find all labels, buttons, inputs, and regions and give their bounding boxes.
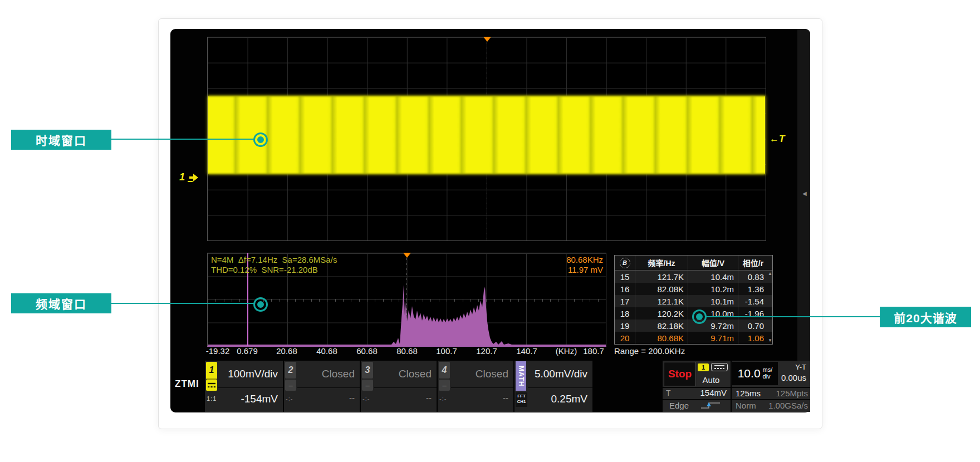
trigger-level: 154mV	[700, 388, 727, 397]
callout-time-dot	[253, 132, 268, 147]
math-tab: MATH	[516, 361, 526, 391]
fft-marker-amplitude: 11.97 mV	[568, 265, 603, 274]
edge-trigger-icon	[699, 401, 722, 410]
ch2-status: Closed	[322, 368, 355, 380]
trigger-t-label: T	[666, 389, 671, 397]
channel-4-block[interactable]: 4 – -:- Closed --	[438, 361, 513, 412]
fft-axis-tick: 40.68	[316, 346, 337, 356]
channel-2-badge: 2	[285, 362, 296, 379]
ch3-status: Closed	[399, 368, 432, 380]
timebase-scale-box[interactable]: 10.0 ms/ div	[732, 362, 778, 385]
fft-axis-tick: 140.7	[516, 346, 537, 356]
run-state-box[interactable]: Stop	[664, 362, 696, 386]
harmonics-table-header: B 频率/Hz 幅值/V 相位/r	[615, 255, 772, 271]
ch3-coupling: –	[362, 380, 373, 391]
fft-axis-tick: -19.32	[206, 346, 230, 356]
table-scroll-down-icon[interactable]: ▼	[768, 338, 772, 343]
fft-axis-tick: 60.68	[356, 346, 378, 356]
col-amplitude: 幅值/V	[688, 255, 738, 270]
channel-2-block[interactable]: 2 – -:- Closed --	[284, 361, 360, 412]
ground-arrow-icon	[185, 172, 200, 183]
trigger-type: Edge	[669, 401, 689, 410]
ch4-value: --	[503, 393, 508, 402]
ch2-probe-ratio: -:-	[286, 395, 293, 402]
run-state: Stop	[668, 368, 692, 380]
math-offset: 0.25mV	[551, 393, 587, 405]
ch1-offset: -154mV	[241, 393, 278, 405]
trigger-position-marker[interactable]	[483, 37, 491, 42]
waveform-fringe-top	[208, 95, 765, 97]
fft-axis-tick: 20.68	[276, 346, 297, 356]
fft-range-label: Range = 200.0KHz	[614, 346, 685, 356]
oscilloscope-screen: ◀ 1 ←T N=4M Δf=7.14Hz Sa=28.6MSa/s THD=0…	[170, 29, 810, 412]
timebase-scale: 10.0	[738, 367, 761, 380]
ch1-scale: 100mV/div	[228, 368, 278, 380]
acquire-mode: Norm	[736, 401, 756, 410]
timebase-block[interactable]: 10.0 ms/ div Y-T 0.00us 125ms 125Mpts No…	[732, 361, 810, 412]
callout-freq-dot	[253, 297, 268, 312]
ch4-status: Closed	[476, 368, 508, 380]
right-menu-strip: ◀	[797, 29, 810, 361]
ch2-coupling: –	[285, 380, 296, 391]
harmonic-row-20[interactable]: 2080.68K 9.71m1.06	[615, 332, 772, 344]
brand-logo: ZTMI	[175, 379, 199, 390]
table-scroll-up-icon[interactable]: ▲	[768, 271, 772, 276]
harmonic-row-16[interactable]: 1682.08K 10.2m1.36	[615, 283, 772, 295]
callout-freq-line	[111, 303, 254, 304]
math-source-badge: FFTCH1	[516, 392, 527, 407]
channel-4-badge: 4	[439, 362, 450, 379]
col-frequency: 频率/Hz	[635, 255, 688, 270]
ch2-value: --	[349, 393, 355, 402]
channel-3-block[interactable]: 3 – -:- Closed --	[361, 361, 437, 412]
harmonic-row-17[interactable]: 17121.1K 10.1m-1.54	[615, 295, 772, 307]
harmonic-row-15[interactable]: 15121.7K 10.4m0.83	[615, 271, 772, 283]
fft-center-marker[interactable]	[403, 253, 411, 258]
fft-info-line2: THD=0.12% SNR=-21.20dB	[211, 265, 318, 274]
callout-freq-domain: 频域窗口	[11, 293, 111, 313]
fft-axis-unit: (KHz)	[556, 346, 577, 356]
time-domain-window	[207, 37, 766, 241]
col-phase: 相位/r	[738, 255, 768, 270]
record-length-time: 125ms	[736, 389, 761, 398]
fft-axis-tick: 0.679	[237, 346, 258, 356]
callout-harmonics-line	[705, 316, 880, 317]
trigger-delay: 0.00us	[781, 373, 806, 382]
trigger-source-badge: 1	[698, 363, 709, 371]
fft-axis-tick: 180.7	[583, 346, 604, 356]
ch4-coupling: –	[439, 380, 450, 391]
harmonics-icon: B	[615, 255, 635, 270]
ch1-ground-marker[interactable]: 1	[179, 171, 200, 183]
trigger-mode: Auto	[698, 375, 724, 385]
harmonics-table[interactable]: B 频率/Hz 幅值/V 相位/r 15121.7K 10.4m0.83 168…	[614, 255, 773, 345]
math-scale: 5.00mV/div	[535, 368, 587, 380]
ch4-probe-ratio: -:-	[439, 395, 447, 402]
channel-3-badge: 3	[362, 362, 373, 379]
callout-harmonics: 前20大谐波	[880, 307, 971, 327]
trigger-block[interactable]: Stop 1 Auto T 154mV Edge	[663, 361, 731, 412]
fft-axis-tick: 80.68	[396, 346, 418, 356]
ch1-waveform	[208, 96, 765, 174]
trigger-coupling-icon	[711, 363, 728, 371]
display-mode: Y-T	[795, 363, 806, 371]
waveform-fringe-bottom	[208, 173, 765, 175]
ch1-ground-label: 1	[179, 171, 185, 183]
fft-axis-tick: 120.7	[476, 346, 497, 356]
ch1-probe-ratio: 1:1	[207, 395, 217, 402]
callout-time-line	[111, 139, 254, 140]
ch1-dc-coupling-icon	[206, 380, 217, 391]
ch3-probe-ratio: -:-	[362, 395, 370, 402]
channel-1-block[interactable]: 1 1:1 100mV/div -154mV	[205, 361, 283, 412]
record-points: 125Mpts	[776, 389, 808, 398]
page: { "callouts": { "time_label": "时域窗口", "f…	[0, 0, 980, 462]
menu-collapse-icon[interactable]: ◀	[802, 190, 807, 196]
math-block[interactable]: MATH FFTCH1 5.00mV/div 0.25mV	[514, 361, 592, 412]
fft-axis-tick: 100.7	[436, 346, 457, 356]
trigger-level-marker[interactable]: ←T	[770, 134, 785, 145]
callout-time-domain: 时域窗口	[11, 130, 111, 150]
callout-harmonics-dot	[692, 309, 707, 324]
fft-marker-frequency: 80.68KHz	[566, 255, 603, 264]
fft-window: N=4M Δf=7.14Hz Sa=28.6MSa/s THD=0.12% SN…	[207, 253, 606, 347]
fft-info-line1: N=4M Δf=7.14Hz Sa=28.6MSa/s	[211, 255, 337, 264]
ch3-value: --	[426, 393, 432, 402]
channel-1-badge: 1	[206, 362, 217, 380]
